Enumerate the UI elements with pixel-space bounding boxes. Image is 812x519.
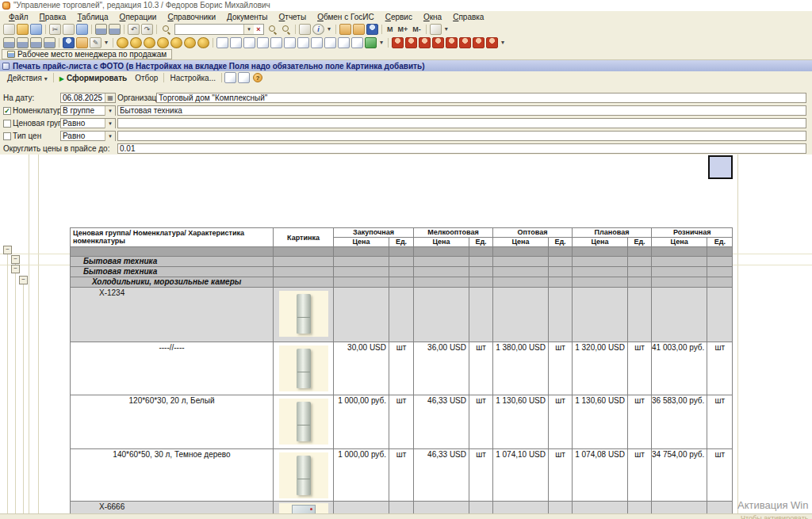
- document-receive-icon[interactable]: [324, 37, 336, 48]
- unit-cell[interactable]: шт: [707, 449, 733, 502]
- settings-button[interactable]: Настройка...: [166, 72, 220, 83]
- column-header-price[interactable]: Цена: [414, 238, 469, 247]
- price-list-icon[interactable]: [76, 37, 88, 48]
- unit-cell[interactable]: шт: [628, 449, 652, 502]
- empty-cell[interactable]: [573, 257, 628, 267]
- menu-item-help[interactable]: Справка: [447, 13, 489, 21]
- price-cell[interactable]: 46,33 USD: [414, 395, 469, 449]
- empty-cell[interactable]: [414, 267, 469, 277]
- column-header-group[interactable]: Розничная: [652, 228, 733, 238]
- group-row-name[interactable]: Бытовая техника: [71, 257, 274, 267]
- find-icon[interactable]: [160, 24, 172, 35]
- info-icon[interactable]: i: [312, 24, 324, 35]
- empty-cell[interactable]: [274, 267, 334, 277]
- price-cell[interactable]: 36,00 USD: [414, 342, 469, 395]
- more-commands-icon[interactable]: ▾: [326, 24, 332, 35]
- help-icon[interactable]: [253, 73, 262, 82]
- empty-cell[interactable]: [628, 288, 652, 342]
- price-cell[interactable]: 36 583,00 руб.: [652, 395, 707, 449]
- empty-cell[interactable]: [334, 257, 389, 267]
- save-icon[interactable]: [30, 24, 42, 35]
- column-header-unit[interactable]: Ед.: [549, 238, 573, 247]
- service-settings-icon[interactable]: [430, 24, 442, 35]
- unit-cell[interactable]: шт: [707, 342, 733, 395]
- empty-cell[interactable]: [493, 257, 549, 267]
- empty-cell[interactable]: [707, 267, 733, 277]
- supplier-order-icon[interactable]: [257, 37, 269, 48]
- print-settings-icon[interactable]: [44, 37, 56, 48]
- price-group-value-input[interactable]: [117, 118, 806, 128]
- item-row-name[interactable]: Х-1234: [71, 288, 274, 342]
- empty-cell[interactable]: [652, 288, 707, 342]
- menu-item-service[interactable]: Сервис: [380, 13, 418, 21]
- price-cell[interactable]: 34 754,00 руб.: [652, 449, 707, 502]
- date-field[interactable]: [60, 93, 116, 103]
- column-header-picture[interactable]: Картинка: [274, 228, 334, 247]
- unit-cell[interactable]: шт: [469, 449, 493, 502]
- column-header-price[interactable]: Цена: [652, 238, 707, 247]
- menu-item-table[interactable]: Таблица: [71, 13, 113, 21]
- price-type-comparison-select[interactable]: Равно: [60, 131, 116, 141]
- coin-out-icon[interactable]: [197, 37, 209, 48]
- column-header-unit[interactable]: Ед.: [628, 238, 652, 247]
- print-icon[interactable]: [95, 24, 107, 35]
- copy-icon[interactable]: [63, 24, 75, 35]
- print-report-icon[interactable]: [30, 37, 42, 48]
- empty-cell[interactable]: [334, 267, 389, 277]
- tab-sales-manager-workspace[interactable]: Рабочее место менеджера по продажам: [2, 49, 172, 59]
- memory-button-1[interactable]: M+: [396, 25, 411, 33]
- group-row-name[interactable]: Бытовая техника: [71, 267, 274, 277]
- event-task-icon[interactable]: [432, 37, 444, 48]
- reference-book-icon[interactable]: [365, 37, 377, 48]
- empty-cell[interactable]: [274, 247, 334, 257]
- filter-button[interactable]: Отбор: [131, 72, 162, 83]
- unit-cell[interactable]: шт: [469, 342, 493, 395]
- empty-cell[interactable]: [389, 502, 414, 515]
- unit-cell[interactable]: шт: [549, 449, 573, 502]
- actions-menu-button[interactable]: Действия: [3, 72, 52, 83]
- empty-cell[interactable]: [652, 277, 707, 288]
- rounding-input[interactable]: [117, 143, 806, 154]
- search-input[interactable]: [175, 25, 243, 33]
- column-header-nomenclature[interactable]: Ценовая группа/ Номенклатура/ Характерис…: [71, 228, 274, 247]
- unit-cell[interactable]: шт: [389, 395, 414, 449]
- price-cell[interactable]: 1 000,00 руб.: [334, 449, 389, 502]
- unit-cell[interactable]: шт: [469, 395, 493, 449]
- event-journal-icon[interactable]: [473, 37, 485, 48]
- empty-cell[interactable]: [334, 277, 389, 288]
- picture-cell[interactable]: [274, 342, 334, 395]
- price-cell[interactable]: 1 074,10 USD: [493, 449, 549, 502]
- new-document-icon[interactable]: [3, 24, 15, 35]
- empty-cell[interactable]: [628, 502, 652, 515]
- empty-cell[interactable]: [652, 502, 707, 515]
- cut-icon[interactable]: ✂: [49, 24, 61, 35]
- empty-cell[interactable]: [334, 247, 389, 257]
- picture-cell[interactable]: [274, 449, 334, 502]
- cash-expenses-icon[interactable]: [157, 37, 169, 48]
- empty-cell[interactable]: [628, 247, 652, 257]
- mutual-settlements-icon[interactable]: [170, 37, 182, 48]
- event-call-icon[interactable]: [392, 37, 404, 48]
- empty-cell[interactable]: [414, 288, 469, 342]
- empty-cell[interactable]: [573, 288, 628, 342]
- unit-cell[interactable]: шт: [389, 449, 414, 502]
- clear-search-icon[interactable]: [254, 25, 263, 34]
- picture-cell[interactable]: [274, 288, 334, 342]
- empty-cell[interactable]: [334, 288, 389, 342]
- menu-item-windows[interactable]: Окна: [418, 13, 447, 21]
- customer-debts-icon[interactable]: [117, 37, 128, 48]
- empty-cell[interactable]: [707, 247, 733, 257]
- unit-cell[interactable]: шт: [389, 342, 414, 395]
- menu-item-catalogs[interactable]: Справочники: [162, 13, 221, 21]
- data-row-name[interactable]: ----//----: [71, 342, 274, 395]
- open-file-icon[interactable]: [17, 24, 29, 35]
- price-cell[interactable]: 1 000,00 руб.: [334, 395, 389, 449]
- find-previous-icon[interactable]: [280, 24, 292, 35]
- empty-cell[interactable]: [493, 277, 549, 288]
- empty-cell[interactable]: [389, 257, 414, 267]
- selected-cell[interactable]: [708, 155, 733, 179]
- empty-cell[interactable]: [414, 502, 469, 515]
- menu-item-file[interactable]: Файл: [3, 13, 34, 21]
- menu-item-gosis-exchange[interactable]: Обмен с ГосИС: [312, 13, 380, 21]
- empty-cell[interactable]: [389, 247, 414, 257]
